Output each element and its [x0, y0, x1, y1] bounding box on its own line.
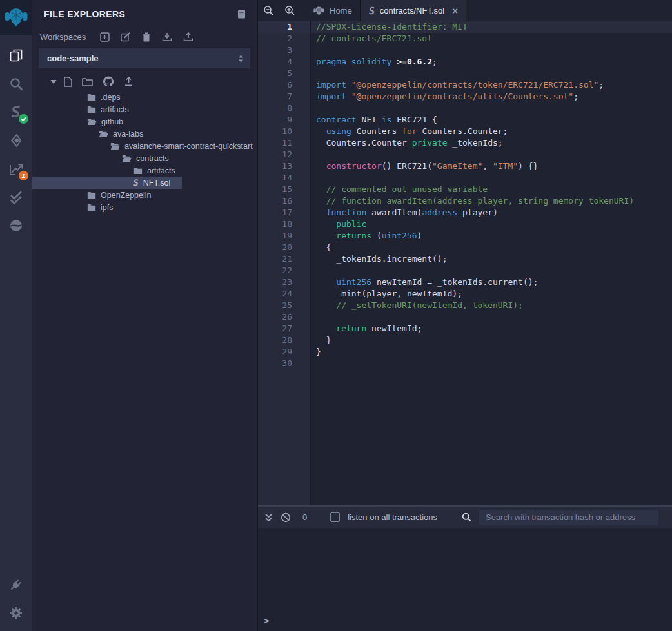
tree-item-ipfs[interactable]: ipfs — [32, 201, 257, 213]
close-icon[interactable]: × — [452, 5, 458, 16]
delete-workspace-icon[interactable] — [142, 32, 151, 42]
workspace-select[interactable]: code-sample — [39, 48, 250, 68]
zoom-out-icon[interactable] — [258, 0, 279, 21]
sidebar-item-settings[interactable] — [0, 599, 32, 627]
create-workspace-icon[interactable] — [100, 32, 110, 42]
folder-closed-icon — [133, 167, 143, 175]
tree-item-label: OpenZeppelin — [101, 191, 152, 200]
code-line-20[interactable]: 20 { — [258, 242, 672, 253]
sidebar-item-analysis[interactable]: 1 — [0, 155, 32, 183]
listen-transactions-checkbox[interactable] — [330, 512, 340, 522]
code-line-19[interactable]: 19 returns (uint256) — [258, 230, 672, 242]
sidebar-item-plugin-manager[interactable] — [0, 570, 32, 599]
code-line-27[interactable]: 27 return newItemId; — [258, 323, 672, 335]
line-number: 6 — [258, 79, 311, 91]
code-line-content: { — [311, 242, 331, 253]
code-line-28[interactable]: 28 } — [258, 335, 672, 346]
terminal-search-input[interactable] — [479, 510, 658, 525]
tree-item-artifacts[interactable]: artifacts — [32, 164, 257, 177]
zoom-in-icon[interactable] — [279, 0, 301, 21]
code-line-16[interactable]: 16 // function awardItem(address player,… — [258, 195, 672, 207]
code-editor[interactable]: 1//SPDX-License-Identifier: MIT2// contr… — [258, 21, 672, 505]
line-number: 9 — [258, 114, 311, 126]
folder-open-icon — [110, 142, 120, 150]
code-line-21[interactable]: 21 _tokenIds.increment(); — [258, 253, 672, 265]
code-line-10[interactable]: 10 using Counters for Counters.Counter; — [258, 126, 672, 137]
terminal-output[interactable]: > — [258, 528, 672, 631]
tab-home[interactable]: Home — [306, 0, 361, 21]
code-line-23[interactable]: 23 uint256 newItemId = _tokenIds.current… — [258, 277, 672, 288]
tree-item-avalanche-smart-contract-quickstart[interactable]: avalanche-smart-contract-quickstart — [32, 140, 257, 152]
editor-tabbar: Home S contracts/NFT.sol × — [258, 0, 672, 21]
code-line-25[interactable]: 25 // _setTokenURI(newItemId, tokenURI); — [258, 300, 672, 311]
search-icon — [8, 76, 24, 92]
code-line-5[interactable]: 5 — [258, 68, 672, 79]
restore-workspaces-icon[interactable] — [183, 32, 193, 42]
code-line-content: uint256 newItemId = _tokenIds.current(); — [311, 277, 538, 288]
code-line-11[interactable]: 11 Counters.Counter private _tokenIds; — [258, 137, 672, 149]
code-line-content: //SPDX-License-Identifier: MIT — [311, 21, 468, 33]
code-line-15[interactable]: 15 // commented out unused variable — [258, 184, 672, 195]
github-icon[interactable] — [103, 76, 114, 87]
code-line-4[interactable]: 4pragma solidity >=0.6.2; — [258, 56, 672, 68]
tree-item-nft-sol[interactable]: SNFT.sol — [32, 177, 182, 189]
code-line-29[interactable]: 29} — [258, 346, 672, 358]
publish-icon[interactable] — [124, 77, 133, 86]
code-line-content — [311, 149, 316, 160]
new-folder-icon[interactable] — [82, 77, 93, 86]
code-line-12[interactable]: 12 — [258, 149, 672, 160]
sidebar-item-sourcify[interactable] — [0, 211, 32, 240]
folder-closed-icon — [87, 93, 96, 101]
code-line-content: constructor() ERC721("GameItem", "ITM") … — [311, 160, 538, 172]
code-line-content: function awardItem(address player) — [311, 207, 498, 218]
sidebar-item-unit-testing[interactable] — [0, 183, 32, 211]
tree-item-github[interactable]: github — [32, 115, 257, 128]
download-workspaces-icon[interactable] — [162, 32, 172, 42]
tree-item-contracts[interactable]: contracts — [32, 152, 257, 164]
sidebar-item-deploy-run[interactable] — [0, 126, 32, 155]
code-line-3[interactable]: 3 — [258, 44, 672, 56]
code-line-13[interactable]: 13 constructor() ERC721("GameItem", "ITM… — [258, 160, 672, 172]
rename-workspace-icon[interactable] — [121, 32, 131, 42]
tree-item--deps[interactable]: .deps — [32, 91, 257, 103]
code-line-9[interactable]: 9contract NFT is ERC721 { — [258, 114, 672, 126]
clear-console-icon[interactable] — [281, 512, 291, 523]
code-line-30[interactable]: 30 — [258, 358, 672, 369]
line-number: 10 — [258, 126, 311, 137]
code-line-26[interactable]: 26 — [258, 311, 672, 323]
new-file-icon[interactable] — [64, 77, 72, 87]
terminal-panel: 0 listen on all transactions > — [258, 505, 672, 631]
tree-item-artifacts[interactable]: artifacts — [32, 103, 257, 115]
line-number: 8 — [258, 102, 311, 114]
code-line-6[interactable]: 6import "@openzeppelin/contracts/token/E… — [258, 79, 672, 91]
code-line-14[interactable]: 14 — [258, 172, 672, 184]
sidebar-item-solidity-compiler[interactable]: S — [0, 98, 32, 126]
collapse-terminal-icon[interactable] — [264, 513, 273, 522]
line-number: 18 — [258, 218, 311, 230]
analysis-count-badge: 1 — [19, 171, 28, 180]
code-line-content: public — [311, 218, 366, 230]
book-icon[interactable] — [237, 9, 246, 19]
tab-label: Home — [330, 6, 352, 15]
line-number: 19 — [258, 230, 311, 242]
code-line-content: Counters.Counter private _tokenIds; — [311, 137, 503, 149]
collapse-caret-icon[interactable] — [50, 79, 57, 84]
tree-item-ava-labs[interactable]: ava-labs — [32, 128, 257, 140]
tree-item-label: artifacts — [101, 105, 129, 114]
tab-contracts-nft-sol[interactable]: S contracts/NFT.sol × — [361, 0, 466, 21]
code-line-2[interactable]: 2// contracts/ERC721.sol — [258, 33, 672, 44]
line-number: 30 — [258, 358, 311, 369]
code-line-22[interactable]: 22 — [258, 265, 672, 277]
tree-item-label: ava-labs — [113, 130, 143, 139]
code-line-7[interactable]: 7import "@openzeppelin/contracts/utils/C… — [258, 91, 672, 102]
remix-logo[interactable] — [0, 0, 32, 35]
sidebar-item-file-explorer[interactable] — [0, 41, 32, 70]
code-line-18[interactable]: 18 public — [258, 218, 672, 230]
tree-item-label: avalanche-smart-contract-quickstart — [124, 142, 253, 151]
code-line-8[interactable]: 8 — [258, 102, 672, 114]
code-line-17[interactable]: 17 function awardItem(address player) — [258, 207, 672, 218]
code-line-1[interactable]: 1//SPDX-License-Identifier: MIT — [258, 21, 672, 33]
sidebar-item-search[interactable] — [0, 70, 32, 98]
tree-item-openzeppelin[interactable]: OpenZeppelin — [32, 189, 257, 201]
code-line-24[interactable]: 24 _mint(player, newItemId); — [258, 288, 672, 300]
